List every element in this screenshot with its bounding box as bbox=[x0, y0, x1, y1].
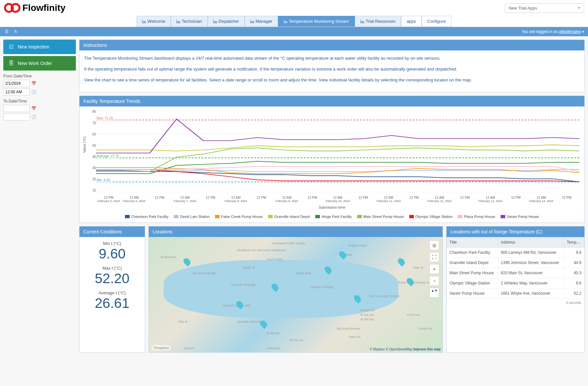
user-info: You are logged in as olegdev\alex ▾ bbox=[522, 29, 584, 34]
legend-swatch bbox=[409, 215, 414, 218]
osm-link[interactable]: © OpenStreetMap bbox=[386, 347, 413, 351]
refresh-icon[interactable]: ↻ bbox=[13, 29, 18, 34]
y-axis-label: Value (°C) bbox=[82, 136, 86, 153]
map[interactable]: Vancouver Public LibraryResidence Inn Va… bbox=[149, 237, 443, 352]
legend-item[interactable]: Vanier Pump House bbox=[501, 215, 539, 219]
map-label: YALETOWN bbox=[266, 258, 283, 261]
brand-logo: Flowfinity bbox=[4, 3, 66, 13]
map-label: Emily Kov bbox=[419, 327, 432, 330]
menu-icon[interactable]: ☰ bbox=[4, 29, 9, 34]
legend-item[interactable]: Plaza Pump House bbox=[458, 215, 495, 219]
new-inspection-label: New Inspection bbox=[18, 44, 49, 49]
to-date-label: To Date/Time bbox=[3, 99, 76, 104]
map-label: Rogers Arena bbox=[349, 244, 367, 247]
table-header[interactable]: Address bbox=[498, 237, 564, 248]
legend-swatch bbox=[174, 215, 178, 218]
improve-map-link[interactable]: Improve this map bbox=[413, 347, 441, 351]
mapbox-link[interactable]: © Mapbox bbox=[370, 347, 385, 351]
chevron-down-icon[interactable]: ▾ bbox=[582, 29, 584, 34]
from-date-label: From Date/Time bbox=[3, 74, 76, 78]
min-value: 9.60 bbox=[83, 246, 141, 262]
clock-icon[interactable]: 🕐 bbox=[31, 89, 36, 95]
map-label: Big Rock Brewery bbox=[337, 327, 360, 330]
to-date-input[interactable] bbox=[3, 105, 30, 112]
instructions-title: Instructions bbox=[79, 40, 584, 50]
from-date-input[interactable] bbox=[3, 80, 30, 87]
calendar-icon[interactable]: 📅 bbox=[31, 106, 36, 111]
instructions-p3: View the chart to see a time series of t… bbox=[84, 77, 580, 84]
map-zoom-out-button[interactable]: − bbox=[429, 276, 439, 286]
out-of-range-panel: Locations with out of Range Temperature … bbox=[446, 226, 585, 353]
map-label: Pacific Blvd bbox=[296, 272, 311, 275]
oor-table: TitleAddressTemp.... Charelson Park Faci… bbox=[447, 237, 584, 299]
to-time-input[interactable] bbox=[3, 113, 30, 121]
map-label: E 3rd Ave bbox=[407, 313, 420, 316]
locations-panel: Locations Vancouver Public LibraryReside… bbox=[148, 226, 443, 353]
legend-swatch bbox=[315, 215, 320, 218]
table-row[interactable]: Vanier Pump House1661 Whyte Ave, Vancouv… bbox=[447, 288, 584, 299]
user-name-link[interactable]: olegdev\alex bbox=[559, 29, 581, 34]
table-header[interactable]: Temp.... bbox=[564, 237, 584, 248]
legend-item[interactable]: False Creek Pump House bbox=[215, 215, 263, 219]
nav-tab-configure[interactable]: Configure bbox=[422, 16, 451, 27]
map-label: W 4th Ave bbox=[360, 318, 374, 321]
from-time-input[interactable] bbox=[3, 88, 30, 96]
legend-item[interactable]: Granville Island Depot bbox=[268, 215, 310, 219]
legend-swatch bbox=[501, 215, 505, 218]
legend-item[interactable]: Olympic Village Station bbox=[409, 215, 453, 219]
map-label: Pacific St bbox=[243, 266, 255, 269]
new-inspection-button[interactable]: ☑ New Inspection bbox=[3, 40, 76, 54]
map-label: ne Museum bbox=[161, 255, 176, 259]
nav-tabs: WelcomeTechnicianDispatcherManagerTemper… bbox=[0, 16, 588, 27]
map-fullscreen-button[interactable]: ⛶ bbox=[429, 252, 439, 262]
table-row[interactable]: Main Street Pump House920 Main St, Vanco… bbox=[447, 268, 584, 278]
legend-item[interactable]: David Lam Station bbox=[174, 215, 210, 219]
app-selector[interactable]: New Trial Apps bbox=[505, 3, 584, 13]
calendar-icon[interactable]: 📅 bbox=[31, 81, 36, 86]
nav-tab-dispatcher[interactable]: Dispatcher bbox=[208, 16, 245, 27]
map-label: W 6th Ave bbox=[266, 332, 280, 335]
table-row[interactable]: Olympic Village Station2 Athletes Way, V… bbox=[447, 278, 584, 288]
table-row[interactable]: Granville Island Depot1399 Johnston Stre… bbox=[447, 258, 584, 268]
map-label: Cambie St Bridge bbox=[310, 285, 334, 289]
chart-icon bbox=[213, 20, 217, 23]
map-compass-button[interactable]: ▲▼ bbox=[429, 288, 439, 298]
legend-item[interactable]: Charelson Park Facility bbox=[125, 215, 169, 219]
nav-tab-trial-resources[interactable]: Trial Resources bbox=[355, 16, 401, 27]
nav-tab-welcome[interactable]: Welcome bbox=[137, 16, 171, 27]
legend-swatch bbox=[357, 215, 362, 218]
instructions-p1: The Temperature Monitoring Stream dashbo… bbox=[84, 55, 580, 62]
map-label: Burrard St Bridge bbox=[193, 272, 216, 275]
max-value: 52.20 bbox=[83, 271, 141, 286]
map-locate-button[interactable]: ◎ bbox=[429, 240, 439, 250]
table-header[interactable]: Title bbox=[447, 237, 498, 248]
map-label: W 7th Ave bbox=[290, 339, 303, 342]
nav-tab-apps[interactable]: apps bbox=[401, 16, 421, 27]
map-label: Main St bbox=[413, 266, 423, 269]
nav-tab-manager[interactable]: Manager bbox=[245, 16, 278, 27]
brand-text: Flowfinity bbox=[22, 3, 66, 13]
chart-icon bbox=[284, 20, 288, 23]
legend-swatch bbox=[268, 215, 273, 218]
map-label: SOUTH bbox=[184, 347, 195, 350]
nav-tab-temperature-monitoring-stream[interactable]: Temperature Monitoring Stream bbox=[278, 16, 355, 27]
mapbox-logo: ©mapbox bbox=[151, 345, 171, 350]
new-work-order-label: New Work Order bbox=[18, 61, 52, 66]
legend-item[interactable]: Hinge Park Facility bbox=[315, 215, 352, 219]
chart-icon bbox=[142, 20, 146, 23]
legend-swatch bbox=[125, 215, 130, 218]
x-axis-label: Submission time bbox=[319, 205, 345, 209]
briefcase-icon: 🗄 bbox=[8, 60, 15, 67]
map-zoom-in-button[interactable]: + bbox=[429, 264, 439, 274]
new-work-order-button[interactable]: 🗄 New Work Order bbox=[3, 56, 76, 71]
min-label: Min t (°C) bbox=[83, 241, 141, 246]
checklist-icon: ☑ bbox=[8, 44, 15, 50]
legend-item[interactable]: Main Street Pump House bbox=[357, 215, 404, 219]
chart-area[interactable]: Value (°C) 8070605040302010 Max: 71.20 A… bbox=[79, 106, 584, 212]
nav-tab-technician[interactable]: Technician bbox=[171, 16, 207, 27]
map-label: Vancouver Public Library bbox=[272, 242, 305, 245]
clock-icon[interactable]: 🕐 bbox=[31, 114, 36, 120]
max-label: Max t (°C) bbox=[83, 266, 141, 271]
table-row[interactable]: Charelson Park Facility900 Lameys Mill R… bbox=[447, 248, 584, 258]
map-label: Pine St bbox=[178, 320, 188, 323]
